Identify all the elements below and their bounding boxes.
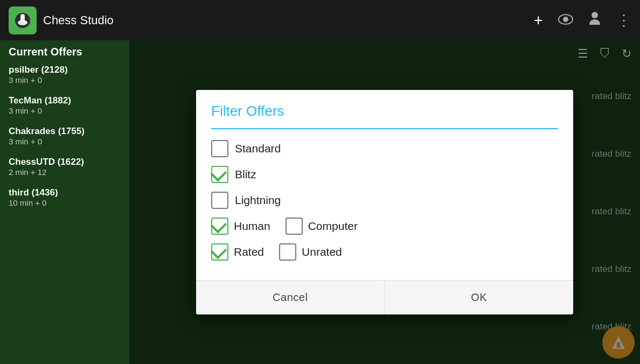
checkbox-standard[interactable] (211, 140, 228, 157)
main-content: Current Offers psilber (2128) 3 min + 0 … (0, 40, 640, 364)
offer-time: 3 min + 0 (9, 106, 121, 115)
checkbox-unrated[interactable] (279, 243, 296, 261)
eye-icon[interactable] (558, 12, 573, 29)
add-icon[interactable]: + (533, 11, 543, 30)
topbar: Chess Studio + ⋮ (0, 0, 640, 40)
filter-row-standard: Standard (211, 140, 558, 157)
svg-point-6 (592, 12, 598, 18)
left-panel: Current Offers psilber (2128) 3 min + 0 … (0, 40, 129, 364)
offer-time: 3 min + 0 (9, 137, 121, 146)
checkbox-label-blitz: Blitz (235, 168, 256, 181)
checkbox-human[interactable] (211, 218, 228, 235)
offer-name: psilber (2128) (9, 65, 121, 75)
section-title: Current Offers (9, 46, 121, 58)
dialog-header: Filter Offers (196, 90, 573, 129)
filter-row-lightning: Lightning (211, 192, 558, 209)
cancel-button[interactable]: Cancel (196, 281, 385, 314)
user-icon[interactable] (588, 11, 601, 30)
checkbox-label-unrated: Unrated (302, 246, 342, 258)
offer-name: TecMan (1882) (9, 95, 121, 106)
filter-dialog: Filter Offers Standard Blitz (196, 90, 573, 314)
app-logo (9, 6, 37, 34)
checkbox-label-standard: Standard (235, 142, 281, 155)
list-item: psilber (2128) 3 min + 0 (9, 65, 121, 85)
checkbox-wrap-human: Human (211, 218, 270, 235)
svg-point-5 (563, 17, 568, 22)
offer-name: ChessUTD (1622) (9, 157, 121, 167)
topbar-icons: + ⋮ (533, 11, 631, 30)
offer-time: 2 min + 12 (9, 167, 121, 177)
checkbox-label-rated: Rated (234, 246, 264, 258)
ok-button[interactable]: OK (385, 281, 574, 314)
checkbox-lightning[interactable] (211, 192, 228, 209)
list-item: Chakrades (1755) 3 min + 0 (9, 126, 121, 146)
checkbox-label-human: Human (234, 220, 270, 233)
more-menu-icon[interactable]: ⋮ (616, 11, 631, 29)
offer-name: Chakrades (1755) (9, 126, 121, 137)
list-item: ChessUTD (1622) 2 min + 12 (9, 157, 121, 177)
list-item: third (1436) 10 min + 0 (9, 187, 121, 207)
filter-row-rated-unrated: Rated Unrated (211, 243, 558, 261)
checkbox-wrap-unrated: Unrated (279, 243, 342, 261)
right-panel: ☰ ⛉ ↻ rated blitz rated blitz rated blit… (129, 40, 640, 364)
offer-time: 3 min + 0 (9, 75, 121, 85)
checkbox-rated[interactable] (211, 243, 228, 261)
filter-row-human-computer: Human Computer (211, 218, 558, 235)
offer-time: 10 min + 0 (9, 198, 121, 207)
checkbox-label-computer: Computer (308, 220, 358, 233)
dialog-title: Filter Offers (211, 103, 558, 120)
checkbox-label-lightning: Lightning (235, 194, 281, 207)
dialog-footer: Cancel OK (196, 280, 573, 314)
dialog-body: Standard Blitz Lightning (196, 129, 573, 280)
dialog-overlay: Filter Offers Standard Blitz (129, 40, 640, 364)
filter-row-blitz: Blitz (211, 166, 558, 183)
svg-point-3 (20, 14, 25, 18)
app-title: Chess Studio (43, 13, 527, 27)
checkbox-wrap-computer: Computer (286, 218, 358, 235)
checkbox-computer[interactable] (286, 218, 303, 235)
checkbox-wrap-rated: Rated (211, 243, 264, 261)
checkbox-blitz[interactable] (211, 166, 228, 183)
offer-name: third (1436) (9, 187, 121, 198)
list-item: TecMan (1882) 3 min + 0 (9, 95, 121, 115)
